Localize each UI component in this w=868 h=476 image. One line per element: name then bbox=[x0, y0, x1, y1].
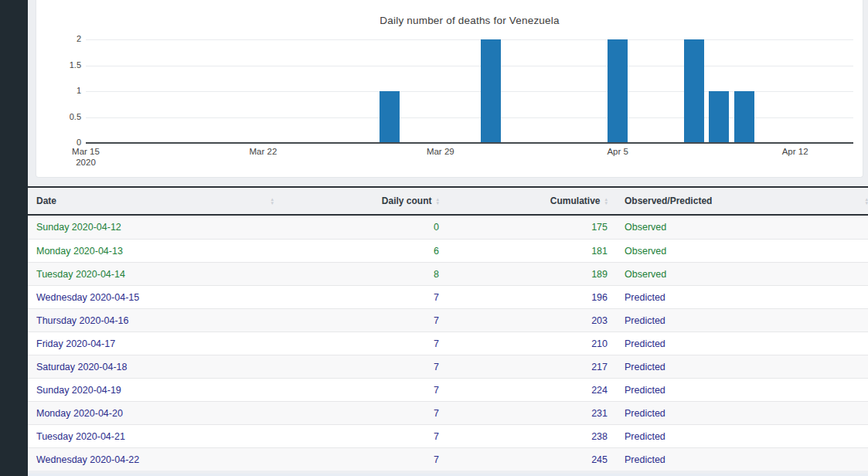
cell-cumulative: 238 bbox=[447, 431, 614, 442]
table-row[interactable]: Friday 2020-04-177210Predicted bbox=[28, 332, 868, 355]
data-table: Date ▴▾ Daily count ▴▾ Cumulative ▴▾ Obs… bbox=[28, 186, 868, 471]
cell-cumulative: 224 bbox=[447, 385, 614, 396]
table-row[interactable]: Wednesday 2020-04-157196Predicted bbox=[28, 285, 868, 308]
header-cumulative[interactable]: Cumulative ▴▾ bbox=[447, 196, 614, 206]
cell-observed-predicted: Observed bbox=[614, 222, 868, 233]
cell-date: Friday 2020-04-17 bbox=[28, 338, 278, 349]
table-row[interactable]: Sunday 2020-04-197224Predicted bbox=[28, 378, 868, 401]
cell-observed-predicted: Observed bbox=[614, 246, 868, 257]
cell-cumulative: 196 bbox=[447, 292, 614, 303]
table-row[interactable]: Saturday 2020-04-187217Predicted bbox=[28, 355, 868, 378]
y-axis-tick-label: 1 bbox=[56, 86, 81, 95]
cell-date: Tuesday 2020-04-14 bbox=[28, 269, 278, 280]
cell-date: Monday 2020-04-20 bbox=[28, 408, 278, 419]
table-body: Sunday 2020-04-120175ObservedMonday 2020… bbox=[28, 216, 868, 471]
x-axis-tick-label: Mar 22 bbox=[230, 146, 295, 157]
table-row[interactable]: Thursday 2020-04-167203Predicted bbox=[28, 308, 868, 332]
table-row[interactable]: Monday 2020-04-136181Observed bbox=[28, 239, 868, 262]
cell-observed-predicted: Observed bbox=[614, 269, 868, 280]
chart-bar[interactable] bbox=[684, 39, 704, 143]
y-gridline bbox=[86, 66, 853, 66]
table-row[interactable]: Tuesday 2020-04-217238Predicted bbox=[28, 424, 868, 447]
cell-date: Saturday 2020-04-18 bbox=[28, 362, 278, 372]
cell-cumulative: 245 bbox=[447, 454, 614, 465]
table-row[interactable]: Tuesday 2020-04-148189Observed bbox=[28, 262, 868, 285]
cell-cumulative: 189 bbox=[447, 269, 614, 280]
chart-title: Daily number of deaths for Venezuela bbox=[86, 15, 853, 26]
cell-daily-count: 8 bbox=[278, 269, 447, 280]
cell-date: Wednesday 2020-04-15 bbox=[28, 292, 278, 303]
x-axis-tick-label: Apr 5 bbox=[585, 146, 650, 157]
x-axis-tick-label: Mar 152020 bbox=[53, 146, 118, 168]
app-sidebar bbox=[0, 0, 28, 476]
chart-bar[interactable] bbox=[481, 39, 501, 143]
cell-cumulative: 181 bbox=[447, 246, 614, 257]
cell-daily-count: 7 bbox=[278, 315, 447, 326]
chart-bar[interactable] bbox=[608, 39, 628, 143]
y-axis-tick-label: 2 bbox=[56, 34, 81, 43]
cell-observed-predicted: Predicted bbox=[614, 292, 868, 303]
cell-daily-count: 7 bbox=[278, 385, 447, 396]
x-axis-tick-label: Apr 12 bbox=[763, 146, 828, 157]
chart-bar[interactable] bbox=[709, 91, 729, 143]
cell-date: Sunday 2020-04-12 bbox=[28, 222, 278, 233]
x-axis-tick-label: Mar 29 bbox=[408, 146, 473, 157]
cell-daily-count: 7 bbox=[278, 408, 447, 419]
cell-date: Thursday 2020-04-16 bbox=[28, 315, 278, 326]
cell-observed-predicted: Predicted bbox=[614, 385, 868, 396]
cell-cumulative: 175 bbox=[447, 222, 614, 233]
cell-observed-predicted: Predicted bbox=[614, 431, 868, 442]
cell-observed-predicted: Predicted bbox=[614, 315, 868, 326]
cell-daily-count: 0 bbox=[278, 222, 447, 233]
cell-daily-count: 7 bbox=[278, 454, 447, 465]
table-row[interactable]: Wednesday 2020-04-227245Predicted bbox=[28, 447, 868, 471]
header-observed-predicted[interactable]: Observed/Predicted ▴▾ bbox=[614, 196, 868, 206]
cell-date: Wednesday 2020-04-22 bbox=[28, 454, 278, 465]
table-row[interactable]: Monday 2020-04-207231Predicted bbox=[28, 401, 868, 424]
table-row[interactable]: Sunday 2020-04-120175Observed bbox=[28, 216, 868, 239]
y-axis-tick-label: 1.5 bbox=[56, 60, 81, 70]
sort-icon[interactable]: ▴▾ bbox=[436, 197, 439, 205]
sort-icon[interactable]: ▴▾ bbox=[604, 197, 608, 205]
header-daily-count[interactable]: Daily count ▴▾ bbox=[278, 196, 447, 206]
chart-card: Daily number of deaths for Venezuela 00.… bbox=[36, 0, 863, 178]
header-date[interactable]: Date ▴▾ bbox=[28, 196, 278, 206]
chart-bar[interactable] bbox=[380, 91, 400, 143]
cell-cumulative: 210 bbox=[447, 338, 614, 349]
cell-cumulative: 217 bbox=[447, 362, 614, 372]
cell-observed-predicted: Predicted bbox=[614, 338, 868, 349]
cell-daily-count: 7 bbox=[278, 338, 447, 349]
cell-cumulative: 231 bbox=[447, 408, 614, 419]
cell-date: Monday 2020-04-13 bbox=[28, 246, 278, 257]
cell-daily-count: 6 bbox=[278, 246, 447, 257]
cell-observed-predicted: Predicted bbox=[614, 362, 868, 372]
cell-daily-count: 7 bbox=[278, 292, 447, 303]
y-axis-tick-label: 0.5 bbox=[56, 112, 81, 121]
header-observed-predicted-label: Observed/Predicted bbox=[625, 196, 712, 206]
sort-icon[interactable]: ▴▾ bbox=[271, 197, 274, 205]
cell-observed-predicted: Predicted bbox=[614, 408, 868, 419]
cell-date: Sunday 2020-04-19 bbox=[28, 385, 278, 396]
header-cumulative-label: Cumulative bbox=[550, 196, 601, 206]
sort-icon[interactable]: ▴▾ bbox=[865, 197, 868, 205]
chart-bar[interactable] bbox=[734, 91, 754, 143]
x-axis-line bbox=[86, 142, 853, 144]
cell-date: Tuesday 2020-04-21 bbox=[28, 431, 278, 442]
cell-observed-predicted: Predicted bbox=[614, 454, 868, 465]
header-daily-count-label: Daily count bbox=[382, 196, 432, 206]
y-gridline bbox=[86, 39, 853, 40]
header-date-label: Date bbox=[36, 196, 56, 206]
table-header-row: Date ▴▾ Daily count ▴▾ Cumulative ▴▾ Obs… bbox=[28, 188, 868, 216]
cell-daily-count: 7 bbox=[278, 362, 447, 372]
cell-cumulative: 203 bbox=[447, 315, 614, 326]
cell-daily-count: 7 bbox=[278, 431, 447, 442]
